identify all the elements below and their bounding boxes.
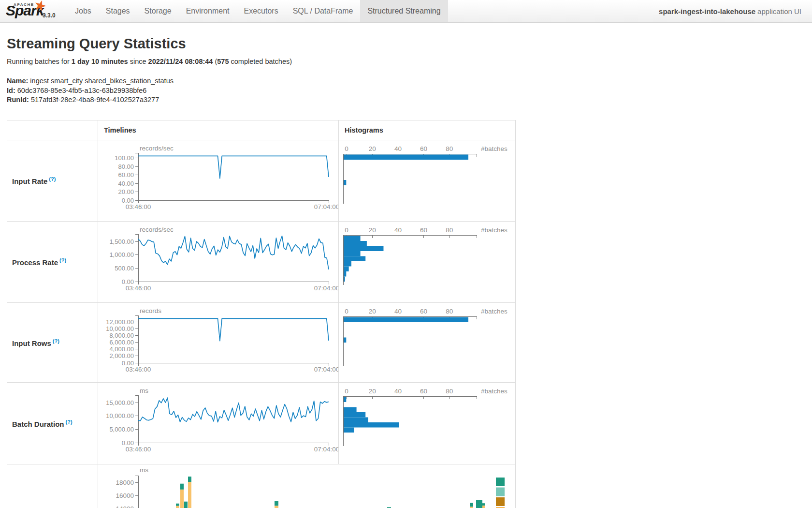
help-link[interactable]: (?)	[49, 176, 56, 182]
histogram-chart: 020406080#batches	[339, 222, 515, 302]
chart-text: 07:04:00	[314, 203, 338, 210]
timeline-chart: records0.002,000.004,000.006,000.008,000…	[98, 303, 338, 382]
row-label: Process Rate(?)	[12, 257, 66, 267]
chart-text: 5,000.00	[109, 426, 134, 433]
spark-version: 3.3.0	[43, 12, 56, 19]
statistics-table: TimelinesHistogramsInput Rate(?)records/…	[7, 120, 516, 508]
chart-text: 0	[345, 388, 348, 395]
table-header-row: TimelinesHistograms	[7, 120, 515, 140]
chart-text: 8,000.00	[109, 332, 134, 339]
legend-swatch	[496, 488, 505, 496]
timeline-chart: records/sec0.0020.0040.0060.0080.00100.0…	[98, 140, 338, 221]
chart-text: 40	[394, 388, 402, 395]
nav-tab-stages[interactable]: Stages	[99, 0, 137, 22]
nav-tab-environment[interactable]: Environment	[179, 0, 237, 22]
histogram-cell: 020406080#batches	[339, 222, 515, 302]
chart-text: 40	[394, 226, 402, 234]
application-title: spark-ingest-into-lakehouse application …	[659, 0, 801, 22]
nav-tab-executors[interactable]: Executors	[236, 0, 285, 22]
chart-text: ms	[140, 466, 148, 474]
chart-text: #batches	[481, 308, 508, 315]
chart-text: 80	[446, 145, 453, 152]
running-batches-text: Running batches for 1 day 10 minutes sin…	[7, 58, 292, 65]
chart-text: 2,000.00	[109, 352, 134, 359]
chart-text: 60	[420, 308, 427, 315]
column-header-empty	[7, 120, 98, 140]
timeline-cell: ms0.005,000.0010,000.0015,000.0003:46:00…	[98, 383, 339, 464]
timeline-cell: records/sec0.0020.0040.0060.0080.00100.0…	[98, 140, 339, 221]
operation-duration-cell: ms180001600014000	[98, 464, 515, 508]
help-link[interactable]: (?)	[53, 338, 59, 344]
chart-text: 40	[394, 145, 402, 152]
meta-line-runid: RunId: 517afd3f-28e2-4ba8-9fe4-4102527a3…	[7, 95, 174, 105]
chart-text: 15,000.00	[106, 399, 134, 406]
nav-tab-structured-streaming[interactable]: Structured Streaming	[360, 0, 448, 22]
row-label: Input Rows(?)	[12, 338, 59, 347]
running-highlight: 2022/11/24 08:08:44	[148, 58, 213, 65]
table-row-input-rate: Input Rate(?)records/sec0.0020.0040.0060…	[7, 140, 515, 222]
running-highlight: 1 day 10 minutes	[72, 58, 128, 65]
meta-value: 60dc3768-85e3-4fb5-a13c-63b29938bfe6	[15, 87, 147, 94]
chart-text: 20	[369, 145, 376, 152]
column-header-timelines: Timelines	[98, 120, 339, 140]
histogram-chart: 020406080#batches	[339, 303, 515, 382]
chart-text: 6,000.00	[109, 339, 134, 346]
chart-text: 0	[345, 145, 348, 152]
nav-tab-sql-dataframe[interactable]: SQL / DataFrame	[286, 0, 361, 22]
chart-text: 60	[420, 145, 427, 152]
chart-text: 20	[369, 388, 376, 395]
chart-text: 12,000.00	[106, 318, 134, 326]
column-header-histograms: Histograms	[339, 120, 515, 140]
row-label-cell: Input Rows(?)	[7, 303, 98, 382]
histogram-cell: 020406080#batches	[339, 303, 515, 382]
running-text-segment: completed batches)	[229, 58, 292, 65]
help-link[interactable]: (?)	[66, 419, 72, 425]
chart-text: #batches	[481, 226, 508, 234]
chart-text: 1,000.00	[109, 251, 134, 258]
chart-text: 07:04:00	[314, 446, 338, 453]
row-label: Input Rate(?)	[12, 176, 56, 185]
chart-text: 10,000.00	[106, 412, 134, 419]
histogram-cell: 020406080#batches	[339, 140, 515, 221]
meta-line-id: Id: 60dc3768-85e3-4fb5-a13c-63b29938bfe6	[7, 86, 174, 96]
chart-text: 1,500.00	[109, 238, 134, 245]
meta-label: Id:	[7, 87, 15, 94]
operation-duration-chart: ms180001600014000	[98, 464, 514, 508]
row-label-cell: Input Rate(?)	[7, 140, 98, 221]
legend-swatch	[496, 497, 505, 506]
running-text-segment: since	[128, 58, 148, 65]
nav-tab-jobs[interactable]: Jobs	[68, 0, 99, 22]
row-label-cell: Batch Duration(?)	[7, 383, 98, 464]
meta-value: ingest smart_city shared_bikes_station_s…	[28, 77, 174, 85]
meta-label: RunId:	[7, 96, 29, 104]
chart-text: records/sec	[140, 226, 174, 233]
meta-value: 517afd3f-28e2-4ba8-9fe4-4102527a3277	[29, 96, 159, 104]
page-title: Streaming Query Statistics	[7, 36, 186, 52]
chart-text: 80.00	[118, 163, 134, 170]
chart-text: records	[140, 307, 161, 314]
meta-label: Name:	[7, 77, 28, 85]
chart-text: 60.00	[118, 171, 134, 179]
timeline-chart: records/sec0.00500.001,000.001,500.0003:…	[98, 222, 338, 302]
histogram-cell: 020406080#batches	[339, 383, 515, 464]
application-name: spark-ingest-into-lakehouse	[659, 7, 755, 15]
chart-text: records/sec	[140, 145, 174, 152]
nav-tabs: JobsStagesStorageEnvironmentExecutorsSQL…	[68, 0, 448, 22]
application-title-suffix: application UI	[757, 7, 801, 15]
help-link[interactable]: (?)	[59, 257, 66, 263]
chart-text: 03:46:00	[126, 446, 151, 453]
histogram-chart: 020406080#batches	[339, 140, 515, 221]
chart-text: 40	[394, 308, 402, 315]
table-row-input-rows: Input Rows(?)records0.002,000.004,000.00…	[7, 303, 515, 383]
chart-text: 03:46:00	[126, 203, 151, 210]
chart-text: 03:46:00	[126, 366, 151, 373]
histogram-chart: 020406080#batches	[339, 383, 515, 464]
top-nav: APACHE Spark ★ ™ 3.3.0 JobsStagesStorage…	[0, 0, 812, 23]
chart-text: 07:04:00	[314, 366, 338, 373]
chart-text: 20	[369, 226, 376, 234]
chart-text: 80	[446, 226, 453, 234]
nav-tab-storage[interactable]: Storage	[137, 0, 179, 22]
running-text-segment: (	[213, 58, 217, 65]
chart-text: 18000	[116, 479, 134, 486]
running-highlight: 575	[217, 58, 229, 65]
